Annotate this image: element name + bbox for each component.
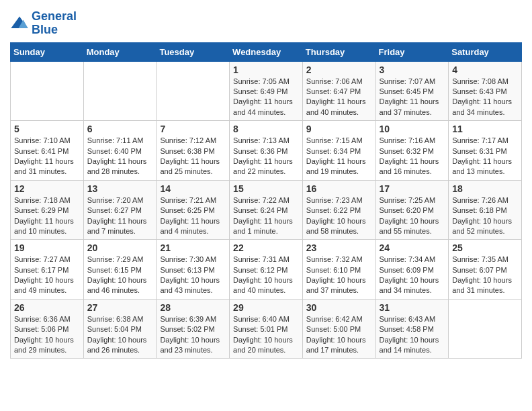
day-header-tuesday: Tuesday: [157, 42, 230, 61]
calendar-cell: 29Sunrise: 6:40 AM Sunset: 5:01 PM Dayli…: [230, 299, 303, 359]
calendar-cell: 31Sunrise: 6:43 AM Sunset: 4:58 PM Dayli…: [375, 299, 449, 359]
cell-content: Sunrise: 6:43 AM Sunset: 4:58 PM Dayligh…: [380, 314, 445, 356]
calendar-cell: 24Sunrise: 7:34 AM Sunset: 6:09 PM Dayli…: [375, 240, 449, 300]
logo: General Blue: [10, 10, 77, 37]
cell-content: Sunrise: 6:42 AM Sunset: 5:00 PM Dayligh…: [306, 314, 372, 356]
calendar-cell: 26Sunrise: 6:36 AM Sunset: 5:06 PM Dayli…: [11, 299, 84, 359]
cell-content: Sunrise: 7:18 AM Sunset: 6:29 PM Dayligh…: [14, 195, 80, 237]
week-row-0: 1Sunrise: 7:05 AM Sunset: 6:49 PM Daylig…: [11, 61, 522, 121]
cell-content: Sunrise: 7:15 AM Sunset: 6:34 PM Dayligh…: [306, 136, 372, 177]
day-number: 19: [14, 242, 80, 253]
calendar-cell: 3Sunrise: 7:07 AM Sunset: 6:45 PM Daylig…: [375, 61, 449, 121]
calendar-cell: 9Sunrise: 7:15 AM Sunset: 6:34 PM Daylig…: [302, 121, 375, 181]
logo-icon: [10, 14, 29, 33]
calendar-cell: [157, 61, 230, 121]
cell-content: Sunrise: 7:27 AM Sunset: 6:17 PM Dayligh…: [14, 255, 80, 296]
calendar-cell: 22Sunrise: 7:31 AM Sunset: 6:12 PM Dayli…: [230, 240, 303, 300]
calendar-cell: 13Sunrise: 7:20 AM Sunset: 6:27 PM Dayli…: [83, 180, 157, 240]
day-number: 10: [380, 124, 445, 134]
day-number: 26: [14, 302, 80, 313]
calendar-cell: 4Sunrise: 7:08 AM Sunset: 6:43 PM Daylig…: [449, 61, 522, 121]
cell-content: Sunrise: 6:39 AM Sunset: 5:02 PM Dayligh…: [160, 314, 226, 356]
day-number: 18: [452, 183, 518, 194]
calendar-cell: 20Sunrise: 7:29 AM Sunset: 6:15 PM Dayli…: [83, 240, 157, 300]
cell-content: Sunrise: 6:38 AM Sunset: 5:04 PM Dayligh…: [87, 314, 153, 356]
cell-content: Sunrise: 7:21 AM Sunset: 6:25 PM Dayligh…: [160, 195, 226, 237]
cell-content: Sunrise: 7:13 AM Sunset: 6:36 PM Dayligh…: [233, 136, 299, 177]
calendar-cell: 30Sunrise: 6:42 AM Sunset: 5:00 PM Dayli…: [302, 299, 375, 359]
cell-content: Sunrise: 7:34 AM Sunset: 6:09 PM Dayligh…: [380, 255, 445, 296]
cell-content: Sunrise: 7:11 AM Sunset: 6:40 PM Dayligh…: [87, 136, 153, 177]
day-number: 14: [160, 183, 226, 194]
calendar-cell: 2Sunrise: 7:06 AM Sunset: 6:47 PM Daylig…: [302, 61, 375, 121]
calendar-cell: 10Sunrise: 7:16 AM Sunset: 6:32 PM Dayli…: [375, 121, 449, 181]
day-number: 22: [233, 242, 299, 253]
calendar-table: SundayMondayTuesdayWednesdayThursdayFrid…: [10, 42, 522, 359]
cell-content: Sunrise: 7:16 AM Sunset: 6:32 PM Dayligh…: [380, 136, 445, 177]
cell-content: Sunrise: 7:23 AM Sunset: 6:22 PM Dayligh…: [306, 195, 372, 237]
day-number: 23: [306, 242, 372, 253]
calendar-container: General Blue SundayMondayTuesdayWednesda…: [0, 0, 532, 369]
day-number: 12: [14, 183, 80, 194]
calendar-cell: 19Sunrise: 7:27 AM Sunset: 6:17 PM Dayli…: [11, 240, 84, 300]
calendar-cell: 7Sunrise: 7:12 AM Sunset: 6:38 PM Daylig…: [157, 121, 230, 181]
calendar-cell: 11Sunrise: 7:17 AM Sunset: 6:31 PM Dayli…: [449, 121, 522, 181]
day-header-sunday: Sunday: [11, 42, 84, 61]
cell-content: Sunrise: 6:40 AM Sunset: 5:01 PM Dayligh…: [233, 314, 299, 356]
calendar-cell: [449, 299, 522, 359]
cell-content: Sunrise: 7:10 AM Sunset: 6:41 PM Dayligh…: [14, 136, 80, 177]
day-number: 13: [87, 183, 153, 194]
day-number: 28: [160, 302, 226, 313]
cell-content: Sunrise: 7:06 AM Sunset: 6:47 PM Dayligh…: [306, 77, 372, 118]
cell-content: Sunrise: 7:32 AM Sunset: 6:10 PM Dayligh…: [306, 255, 372, 296]
day-number: 31: [380, 302, 445, 313]
day-header-wednesday: Wednesday: [230, 42, 303, 61]
cell-content: Sunrise: 7:12 AM Sunset: 6:38 PM Dayligh…: [160, 136, 226, 177]
day-header-friday: Friday: [375, 42, 449, 61]
cell-content: Sunrise: 7:05 AM Sunset: 6:49 PM Dayligh…: [233, 77, 299, 118]
day-number: 2: [306, 64, 372, 75]
cell-content: Sunrise: 7:26 AM Sunset: 6:18 PM Dayligh…: [452, 195, 518, 237]
cell-content: Sunrise: 7:30 AM Sunset: 6:13 PM Dayligh…: [160, 255, 226, 296]
day-number: 20: [87, 242, 153, 253]
cell-content: Sunrise: 7:35 AM Sunset: 6:07 PM Dayligh…: [452, 255, 518, 296]
cell-content: Sunrise: 7:07 AM Sunset: 6:45 PM Dayligh…: [380, 77, 445, 118]
calendar-cell: 21Sunrise: 7:30 AM Sunset: 6:13 PM Dayli…: [157, 240, 230, 300]
calendar-cell: 28Sunrise: 6:39 AM Sunset: 5:02 PM Dayli…: [157, 299, 230, 359]
week-row-4: 26Sunrise: 6:36 AM Sunset: 5:06 PM Dayli…: [11, 299, 522, 359]
week-row-1: 5Sunrise: 7:10 AM Sunset: 6:41 PM Daylig…: [11, 121, 522, 181]
calendar-cell: 17Sunrise: 7:25 AM Sunset: 6:20 PM Dayli…: [375, 180, 449, 240]
day-number: 27: [87, 302, 153, 313]
calendar-header-row: SundayMondayTuesdayWednesdayThursdayFrid…: [11, 42, 522, 61]
day-number: 17: [380, 183, 445, 194]
calendar-cell: 16Sunrise: 7:23 AM Sunset: 6:22 PM Dayli…: [302, 180, 375, 240]
day-number: 15: [233, 183, 299, 194]
day-number: 24: [380, 242, 445, 253]
calendar-cell: [11, 61, 84, 121]
calendar-cell: [83, 61, 157, 121]
day-number: 25: [452, 242, 518, 253]
calendar-cell: 6Sunrise: 7:11 AM Sunset: 6:40 PM Daylig…: [83, 121, 157, 181]
day-header-thursday: Thursday: [302, 42, 375, 61]
calendar-cell: 15Sunrise: 7:22 AM Sunset: 6:24 PM Dayli…: [230, 180, 303, 240]
day-header-monday: Monday: [83, 42, 157, 61]
calendar-cell: 27Sunrise: 6:38 AM Sunset: 5:04 PM Dayli…: [83, 299, 157, 359]
calendar-cell: 8Sunrise: 7:13 AM Sunset: 6:36 PM Daylig…: [230, 121, 303, 181]
calendar-cell: 14Sunrise: 7:21 AM Sunset: 6:25 PM Dayli…: [157, 180, 230, 240]
cell-content: Sunrise: 7:22 AM Sunset: 6:24 PM Dayligh…: [233, 195, 299, 237]
day-number: 9: [306, 124, 372, 134]
day-number: 16: [306, 183, 372, 194]
cell-content: Sunrise: 7:08 AM Sunset: 6:43 PM Dayligh…: [452, 77, 518, 118]
day-number: 11: [452, 124, 518, 134]
day-number: 5: [14, 124, 80, 134]
week-row-3: 19Sunrise: 7:27 AM Sunset: 6:17 PM Dayli…: [11, 240, 522, 300]
day-number: 3: [380, 64, 445, 75]
week-row-2: 12Sunrise: 7:18 AM Sunset: 6:29 PM Dayli…: [11, 180, 522, 240]
day-header-saturday: Saturday: [449, 42, 522, 61]
calendar-cell: 12Sunrise: 7:18 AM Sunset: 6:29 PM Dayli…: [11, 180, 84, 240]
header: General Blue: [10, 7, 522, 37]
cell-content: Sunrise: 7:17 AM Sunset: 6:31 PM Dayligh…: [452, 136, 518, 177]
logo-text: General Blue: [32, 10, 77, 37]
day-number: 21: [160, 242, 226, 253]
calendar-cell: 25Sunrise: 7:35 AM Sunset: 6:07 PM Dayli…: [449, 240, 522, 300]
